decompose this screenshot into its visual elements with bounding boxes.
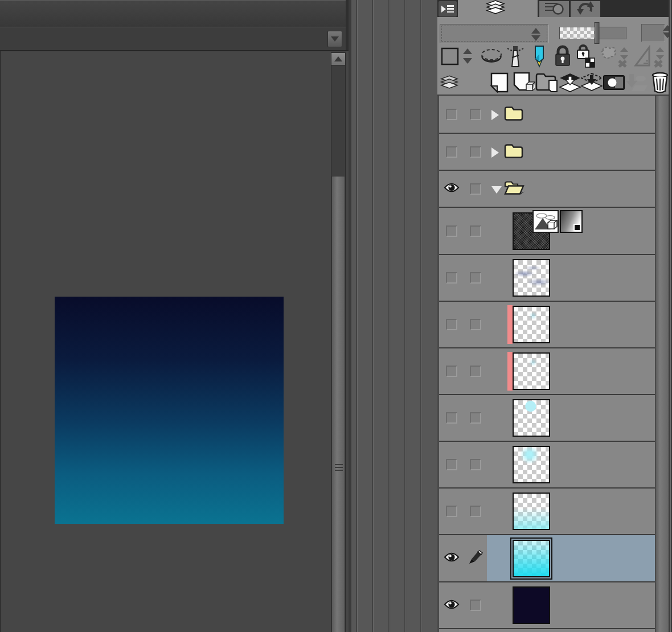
add-layer-mask-button[interactable] — [603, 73, 625, 95]
checkbox-empty — [470, 412, 481, 424]
layer-thumbnail[interactable] — [513, 446, 550, 483]
layer-row-content[interactable] — [487, 134, 655, 170]
layer-row-8[interactable] — [439, 395, 655, 442]
layer-visibility-checkbox[interactable] — [439, 395, 464, 441]
merge-down-button[interactable] — [559, 73, 581, 95]
layer-visibility-eye[interactable] — [439, 171, 464, 207]
layer-secondary-checkbox[interactable] — [465, 395, 486, 441]
layer-thumbnail[interactable] — [513, 540, 550, 577]
toolbar-dropdown-button[interactable] — [327, 31, 342, 47]
opacity-slider-handle[interactable] — [594, 22, 599, 44]
layer-row-6[interactable] — [439, 302, 655, 348]
panel-divider[interactable] — [388, 0, 390, 632]
layer-row-content[interactable] — [487, 489, 655, 534]
opacity-slider[interactable] — [559, 27, 626, 39]
enable-mask-button[interactable] — [598, 43, 631, 72]
tab-layer[interactable] — [458, 0, 538, 17]
transfer-down-button[interactable] — [581, 73, 603, 95]
layer-secondary-checkbox[interactable] — [465, 255, 486, 301]
clip-to-layer-below-button[interactable] — [478, 43, 505, 72]
panel-divider[interactable] — [404, 0, 406, 632]
layer-visibility-eye[interactable] — [439, 535, 464, 581]
panel-menu-button[interactable] — [439, 1, 457, 17]
layer-secondary-checkbox[interactable] — [465, 171, 486, 207]
canvas-area[interactable] — [0, 50, 349, 632]
layer-visibility-checkbox[interactable] — [439, 442, 464, 487]
tab-auto-action[interactable] — [571, 1, 600, 17]
new-folder-button[interactable] — [535, 73, 559, 95]
blend-mode-select[interactable] — [440, 24, 549, 43]
layer-visibility-checkbox[interactable] — [439, 255, 464, 301]
layer-visibility-checkbox[interactable] — [439, 302, 464, 347]
layer-secondary-checkbox[interactable] — [465, 208, 486, 254]
new-layer-types-button[interactable] — [513, 73, 535, 95]
opacity-value-field[interactable] — [641, 24, 665, 42]
layer-color-swatch-button[interactable] — [437, 43, 478, 72]
spinner-arrows-icon[interactable] — [531, 28, 540, 41]
panel-divider[interactable] — [420, 0, 422, 632]
document-titlebar[interactable] — [0, 0, 346, 27]
layer-visibility-checkbox[interactable] — [439, 96, 464, 133]
scroll-up-button[interactable] — [331, 53, 345, 65]
layer-secondary-checkbox[interactable] — [465, 489, 486, 534]
layer-visibility-checkbox[interactable] — [439, 134, 464, 170]
tab-layer-property[interactable] — [539, 1, 569, 17]
layer-secondary-checkbox[interactable] — [465, 302, 486, 347]
layer-row-content[interactable] — [487, 208, 655, 254]
layer-secondary-checkbox[interactable] — [465, 96, 486, 133]
layer-visibility-checkbox[interactable] — [439, 348, 464, 394]
layer-secondary-checkbox[interactable] — [465, 134, 486, 170]
lock-transparent-pixels-button[interactable] — [573, 43, 598, 72]
layer-thumbnail[interactable] — [513, 493, 550, 530]
layer-visibility-checkbox[interactable] — [439, 208, 464, 254]
layer-visibility-checkbox[interactable] — [439, 489, 464, 534]
apply-mask-button[interactable] — [625, 73, 649, 95]
panel-divider[interactable] — [372, 0, 374, 632]
layer-editing-target[interactable] — [465, 535, 486, 581]
layer-row-content[interactable] — [487, 535, 655, 581]
layer-row-7[interactable] — [439, 348, 655, 395]
collapsed-panel-strip[interactable] — [351, 0, 437, 632]
layer-row-content[interactable] — [487, 582, 655, 628]
new-raster-layer-button[interactable] — [486, 73, 513, 95]
layer-thumbnail[interactable] — [513, 399, 550, 437]
layer-thumbnail[interactable] — [513, 352, 550, 390]
layer-row-5[interactable] — [439, 255, 655, 302]
layer-secondary-checkbox[interactable] — [465, 582, 486, 628]
layer-row-content[interactable] — [487, 395, 655, 441]
delete-layer-button[interactable] — [649, 73, 671, 95]
expand-triangle-icon[interactable] — [491, 110, 499, 120]
layer-visibility-eye[interactable] — [439, 582, 464, 628]
draft-layer-button[interactable] — [526, 43, 552, 72]
layer-secondary-checkbox[interactable] — [465, 348, 486, 394]
layer-thumbnail[interactable] — [513, 306, 550, 343]
expand-triangle-icon[interactable] — [491, 147, 499, 158]
layer-row-2[interactable] — [439, 134, 655, 171]
lock-layer-button[interactable] — [552, 43, 573, 72]
layer-row-3[interactable] — [439, 171, 655, 208]
reference-layer-button[interactable] — [505, 43, 526, 72]
layer-row-11[interactable] — [439, 535, 655, 582]
canvas-artwork[interactable] — [55, 297, 284, 524]
layer-row-content[interactable] — [487, 348, 655, 394]
ruler-button[interactable] — [631, 43, 670, 72]
panel-divider[interactable] — [356, 0, 358, 632]
layer-row-content[interactable] — [487, 302, 655, 347]
layer-row-1[interactable] — [439, 96, 655, 134]
layer-row-content[interactable] — [487, 442, 655, 487]
collapse-triangle-icon[interactable] — [491, 186, 502, 194]
layer-secondary-checkbox[interactable] — [465, 442, 486, 487]
layer-row-content[interactable] — [487, 255, 655, 301]
layer-row-12[interactable] — [439, 582, 655, 629]
layer-row-content[interactable] — [487, 171, 655, 207]
checkbox-empty — [446, 506, 457, 517]
layer-row-content[interactable] — [487, 96, 655, 133]
layer-row-4[interactable] — [439, 208, 655, 255]
layer-list-scrollbar[interactable] — [655, 96, 669, 632]
canvas-vertical-scrollbar[interactable] — [331, 52, 346, 632]
layer-row-9[interactable] — [439, 442, 655, 489]
layer-row-10[interactable] — [439, 489, 655, 535]
scrollbar-thumb[interactable] — [331, 176, 345, 632]
layer-create-toolbar — [437, 73, 671, 96]
layer-thumbnail[interactable] — [513, 259, 550, 297]
